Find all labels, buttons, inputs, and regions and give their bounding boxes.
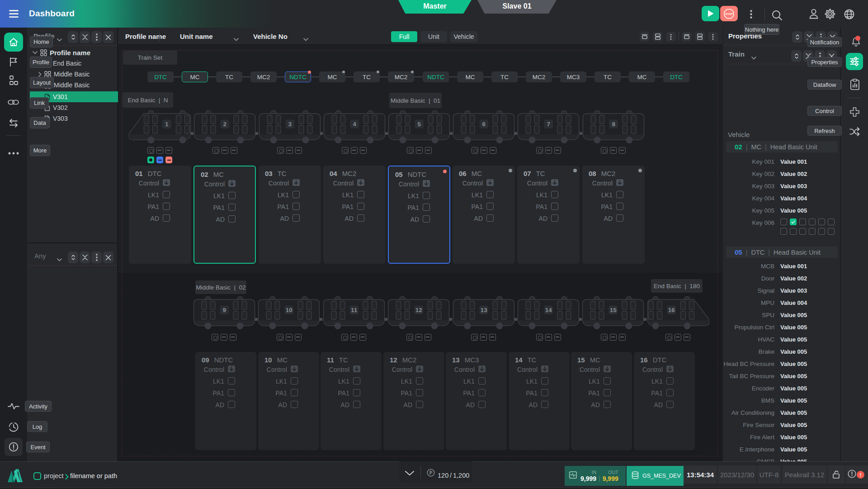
svg-text:P: P (429, 470, 433, 475)
svg-text:4: 4 (353, 121, 356, 128)
svg-text:2: 2 (223, 121, 226, 128)
svg-text:1: 1 (165, 121, 169, 128)
svg-text:11: 11 (351, 307, 358, 313)
svg-text:STOP: STOP (726, 12, 733, 15)
svg-text:10: 10 (286, 307, 292, 313)
svg-text:5: 5 (417, 121, 421, 128)
svg-text:16: 16 (668, 307, 675, 313)
svg-text:6: 6 (482, 121, 486, 128)
svg-text:14: 14 (545, 307, 552, 313)
svg-text:13: 13 (481, 307, 488, 313)
svg-text:8: 8 (612, 121, 615, 128)
svg-text:3: 3 (288, 121, 292, 128)
svg-text:7: 7 (547, 121, 550, 128)
svg-text:9: 9 (222, 307, 226, 313)
svg-text:12: 12 (415, 307, 422, 313)
svg-text:15: 15 (610, 307, 617, 313)
